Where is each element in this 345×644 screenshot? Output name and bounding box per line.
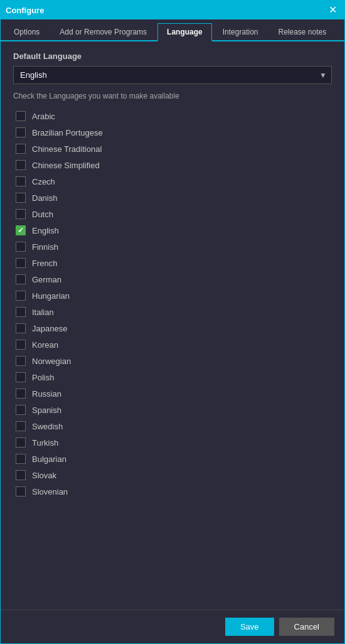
- lang-label-chinese-traditional: Chinese Traditional: [32, 144, 102, 154]
- lang-label-brazilian-portugese: Brazilian Portugese: [32, 128, 103, 137]
- footer: Save Cancel: [1, 609, 344, 643]
- title-bar: Configure ✕: [1, 1, 344, 19]
- default-language-select[interactable]: English Arabic French German Spanish: [13, 66, 332, 84]
- checkbox-czech[interactable]: [16, 176, 26, 186]
- lang-label-german: German: [32, 275, 61, 284]
- lang-item-swedish[interactable]: Swedish: [13, 418, 332, 434]
- lang-label-bulgarian: Bulgarian: [32, 454, 66, 464]
- checkbox-german[interactable]: [16, 274, 26, 284]
- lang-label-russian: Russian: [32, 389, 61, 399]
- checkbox-chinese-simplified[interactable]: [16, 160, 26, 170]
- checkbox-finnish[interactable]: [16, 242, 26, 252]
- check-instruction: Check the Languages you want to make ava…: [13, 92, 332, 100]
- tab-add-remove[interactable]: Add or Remove Programs: [50, 23, 156, 40]
- lang-item-english[interactable]: ✓English: [13, 222, 332, 239]
- lang-item-korean[interactable]: Korean: [13, 336, 332, 353]
- content-area: Default Language English Arabic French G…: [1, 41, 344, 609]
- lang-label-japanese: Japanese: [32, 324, 67, 333]
- checkbox-dutch[interactable]: [16, 209, 26, 219]
- tab-language[interactable]: Language: [157, 23, 212, 41]
- lang-item-polish[interactable]: Polish: [13, 369, 332, 385]
- default-language-title: Default Language: [13, 51, 332, 61]
- checkbox-french[interactable]: [16, 258, 26, 268]
- checkbox-english[interactable]: ✓: [16, 225, 26, 235]
- lang-label-norwegian: Norwegian: [32, 357, 71, 366]
- lang-item-slovak[interactable]: Slovak: [13, 467, 332, 483]
- lang-label-english: English: [32, 226, 59, 235]
- lang-label-korean: Korean: [32, 340, 58, 350]
- checkbox-spanish[interactable]: [16, 405, 26, 415]
- save-button[interactable]: Save: [225, 618, 274, 636]
- cancel-button[interactable]: Cancel: [279, 618, 334, 636]
- checkbox-norwegian[interactable]: [16, 356, 26, 366]
- configure-window: Configure ✕ Options Add or Remove Progra…: [0, 0, 345, 644]
- lang-item-chinese-traditional[interactable]: Chinese Traditional: [13, 141, 332, 157]
- lang-item-brazilian-portugese[interactable]: Brazilian Portugese: [13, 124, 332, 141]
- lang-label-dutch: Dutch: [32, 210, 53, 219]
- lang-item-german[interactable]: German: [13, 271, 332, 287]
- lang-item-bulgarian[interactable]: Bulgarian: [13, 451, 332, 467]
- lang-label-slovak: Slovak: [32, 471, 56, 480]
- lang-item-russian[interactable]: Russian: [13, 385, 332, 402]
- lang-item-italian[interactable]: Italian: [13, 304, 332, 320]
- lang-label-polish: Polish: [32, 373, 54, 382]
- lang-label-turkish: Turkish: [32, 438, 58, 448]
- checkbox-italian[interactable]: [16, 307, 26, 317]
- checkbox-hungarian[interactable]: [16, 291, 26, 301]
- lang-label-french: French: [32, 259, 57, 268]
- checkbox-polish[interactable]: [16, 372, 26, 382]
- lang-label-swedish: Swedish: [32, 422, 63, 431]
- lang-item-czech[interactable]: Czech: [13, 173, 332, 190]
- lang-item-norwegian[interactable]: Norwegian: [13, 353, 332, 369]
- checkbox-russian[interactable]: [16, 389, 26, 399]
- checkbox-arabic[interactable]: [16, 111, 26, 121]
- checkbox-chinese-traditional[interactable]: [16, 144, 26, 154]
- lang-item-turkish[interactable]: Turkish: [13, 434, 332, 451]
- window-title: Configure: [6, 6, 44, 15]
- lang-item-spanish[interactable]: Spanish: [13, 402, 332, 418]
- lang-item-arabic[interactable]: Arabic: [13, 108, 332, 124]
- checkbox-bulgarian[interactable]: [16, 454, 26, 464]
- lang-item-dutch[interactable]: Dutch: [13, 206, 332, 222]
- tab-options[interactable]: Options: [4, 23, 49, 40]
- checkbox-japanese[interactable]: [16, 323, 26, 333]
- lang-label-danish: Danish: [32, 193, 57, 203]
- lang-item-chinese-simplified[interactable]: Chinese Simplified: [13, 157, 332, 173]
- checkmark-icon: ✓: [18, 226, 24, 235]
- tab-release-notes[interactable]: Release notes: [268, 23, 336, 40]
- checkbox-slovenian[interactable]: [16, 486, 26, 496]
- tab-integration[interactable]: Integration: [213, 23, 268, 40]
- lang-label-italian: Italian: [32, 308, 54, 317]
- checkbox-brazilian-portugese[interactable]: [16, 127, 26, 137]
- lang-label-arabic: Arabic: [32, 112, 55, 121]
- lang-item-danish[interactable]: Danish: [13, 190, 332, 206]
- checkbox-korean[interactable]: [16, 340, 26, 350]
- lang-label-hungarian: Hungarian: [32, 291, 70, 301]
- tab-bar: Options Add or Remove Programs Language …: [1, 19, 344, 41]
- lang-item-japanese[interactable]: Japanese: [13, 320, 332, 336]
- default-language-dropdown-wrapper: English Arabic French German Spanish ▼: [13, 66, 332, 84]
- lang-label-czech: Czech: [32, 177, 55, 186]
- lang-label-chinese-simplified: Chinese Simplified: [32, 161, 100, 170]
- checkbox-turkish[interactable]: [16, 437, 26, 448]
- lang-item-finnish[interactable]: Finnish: [13, 239, 332, 255]
- close-button[interactable]: ✕: [326, 5, 339, 15]
- lang-item-hungarian[interactable]: Hungarian: [13, 287, 332, 304]
- checkbox-danish[interactable]: [16, 193, 26, 203]
- lang-label-slovenian: Slovenian: [32, 487, 68, 496]
- language-list: ArabicBrazilian PortugeseChinese Traditi…: [13, 108, 332, 500]
- lang-label-spanish: Spanish: [32, 405, 61, 415]
- lang-item-slovenian[interactable]: Slovenian: [13, 483, 332, 500]
- lang-item-french[interactable]: French: [13, 255, 332, 271]
- checkbox-slovak[interactable]: [16, 470, 26, 480]
- lang-label-finnish: Finnish: [32, 242, 58, 252]
- checkbox-swedish[interactable]: [16, 421, 26, 431]
